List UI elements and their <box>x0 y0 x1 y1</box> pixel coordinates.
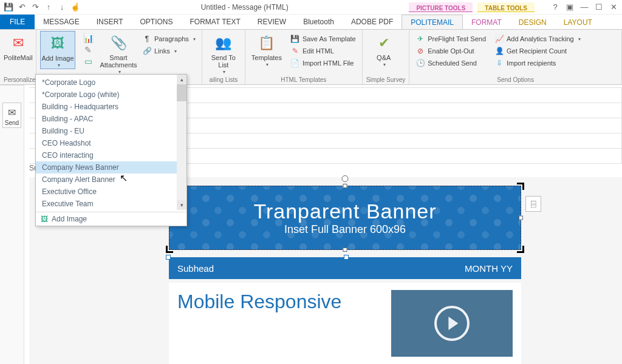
redo-icon[interactable]: ↷ <box>30 2 40 12</box>
edit-html-button[interactable]: ✎Edit HTML <box>288 46 358 56</box>
image-menu-item[interactable]: CEO interacting <box>36 149 186 161</box>
tab-message[interactable]: MESSAGE <box>35 15 87 29</box>
image-menu-item[interactable]: Building - EU <box>36 125 186 137</box>
context-picture-tools[interactable]: PICTURE TOOLS <box>409 2 473 12</box>
opt-out-button[interactable]: ⊘Enable Opt-Out <box>413 46 488 56</box>
preflight-icon: ✈ <box>415 34 425 44</box>
optout-icon: ⊘ <box>415 46 425 56</box>
touch-icon[interactable]: ☝ <box>70 2 80 12</box>
subhead-row[interactable]: Subhead MONTH YY <box>169 257 521 279</box>
tab-options[interactable]: OPTIONS <box>132 15 182 29</box>
list-icon: 👥 <box>214 33 233 53</box>
play-icon <box>448 317 458 330</box>
templates-button[interactable]: 📋 Templates <box>249 31 284 68</box>
scroll-down-icon[interactable]: ▾ <box>177 200 186 210</box>
video-thumbnail[interactable] <box>391 290 513 357</box>
image-menu-item[interactable]: Building - Headquarters <box>36 101 186 113</box>
rotate-handle[interactable] <box>342 175 349 182</box>
add-image-dropdown: *Corporate Logo*Corporate Logo (white)Bu… <box>35 74 187 226</box>
tab-design[interactable]: DESIGN <box>510 16 555 29</box>
add-image-icon: 🖼 <box>41 215 48 223</box>
footer-icon[interactable]: ▭ <box>84 56 92 66</box>
analytics-icon: 📈 <box>494 34 504 44</box>
send-button[interactable]: ✉ Send <box>2 103 21 128</box>
politemail-icon: ✉ <box>9 33 28 53</box>
handle-t[interactable] <box>343 184 347 188</box>
recipient-count-button[interactable]: 👤Get Recipient Count <box>492 46 583 56</box>
window-title: Untitled - Message (HTML) <box>80 3 409 12</box>
minimize-icon[interactable]: — <box>578 2 590 13</box>
count-icon: 👤 <box>494 46 504 56</box>
context-table-tools[interactable]: TABLE TOOLS <box>477 2 535 12</box>
preflight-button[interactable]: ✈PreFlight Test Send <box>413 33 488 44</box>
image-menu-item[interactable]: Executive Team <box>36 198 186 210</box>
maximize-icon[interactable]: ☐ <box>593 2 605 13</box>
edit-html-icon: ✎ <box>290 46 300 56</box>
image-menu-item[interactable]: *Corporate Logo <box>36 76 186 89</box>
next-icon[interactable]: ↓ <box>57 2 67 12</box>
politemail-button[interactable]: ✉ PoliteMail <box>4 31 33 61</box>
image-menu-item[interactable]: Company Alert Banner <box>36 174 186 186</box>
help-icon[interactable]: ? <box>549 2 561 13</box>
handle-r[interactable] <box>519 216 523 220</box>
links-button[interactable]: 🔗Links <box>140 46 198 56</box>
tab-file[interactable]: FILE <box>0 15 35 29</box>
dropdown-scrollbar[interactable]: ▴ ▾ <box>177 75 186 210</box>
attachment-icon: 📎 <box>109 33 128 53</box>
save-template-button[interactable]: 💾Save As Template <box>288 33 358 44</box>
link-icon: 🔗 <box>142 46 152 56</box>
add-image-button[interactable]: 🖼 Add Image <box>40 31 75 69</box>
table-handle[interactable] <box>344 255 349 260</box>
send-to-list-button[interactable]: 👥 Send To List <box>206 31 241 75</box>
tab-politemail[interactable]: POLITEMAIL <box>402 15 463 29</box>
import-icon: 📄 <box>290 58 300 68</box>
crop-br[interactable] <box>517 246 524 253</box>
image-menu-item[interactable]: CEO Headshot <box>36 137 186 149</box>
clock-icon: 🕒 <box>415 58 425 68</box>
tab-layout[interactable]: LAYOUT <box>555 16 601 29</box>
image-menu-item[interactable]: Building - APAC <box>36 113 186 125</box>
tab-format-text[interactable]: FORMAT TEXT <box>182 15 249 29</box>
table-handle[interactable] <box>166 255 171 260</box>
image-menu-item[interactable]: Company News Banner <box>36 161 186 174</box>
undo-icon[interactable]: ↶ <box>17 2 27 12</box>
subhead-left: Subhead <box>177 263 214 274</box>
tab-insert[interactable]: INSERT <box>88 15 132 29</box>
body-headline[interactable]: Mobile Responsive <box>177 290 384 357</box>
group-html-templates: HTML Templates <box>249 76 358 84</box>
send-icon: ✉ <box>4 107 19 118</box>
group-personalize: Personalize <box>4 76 32 84</box>
smart-attachments-button[interactable]: 📎 Smart Attachments <box>101 31 136 75</box>
paragraphs-button[interactable]: ¶Paragraphs <box>140 33 198 44</box>
banner-image[interactable]: Tranparent Banner Inset Full Banner 600x… <box>169 186 521 250</box>
layout-options-icon[interactable]: ⌸ <box>525 196 541 212</box>
scroll-up-icon[interactable]: ▴ <box>177 75 186 84</box>
qa-button[interactable]: ✔ Q&A <box>366 31 402 68</box>
analytics-button[interactable]: 📈Add Analytics Tracking <box>492 33 583 44</box>
scroll-thumb[interactable] <box>177 84 186 101</box>
tab-review[interactable]: REVIEW <box>249 15 295 29</box>
import-html-button[interactable]: 📄Import HTML File <box>288 58 358 69</box>
tab-adobe[interactable]: ADOBE PDF <box>343 15 402 29</box>
handle-b[interactable] <box>343 248 347 252</box>
tab-format[interactable]: FORMAT <box>463 16 510 29</box>
tab-bluetooth[interactable]: Bluetooth <box>295 15 343 29</box>
prev-icon[interactable]: ↑ <box>44 2 53 12</box>
save-tpl-icon: 💾 <box>290 34 300 44</box>
banner-title: Tranparent Banner <box>253 200 436 223</box>
image-menu-item[interactable]: *Corporate Logo (white) <box>36 89 186 101</box>
crop-bl[interactable] <box>166 246 173 253</box>
group-mailing: ailing Lists <box>206 76 241 84</box>
import-recipients-button[interactable]: ⇩Import recipients <box>492 58 583 69</box>
chart-icon[interactable]: 📊 <box>83 33 94 43</box>
group-send-options: Send Options <box>413 76 618 84</box>
add-image-footer[interactable]: 🖼 Add Image <box>36 212 186 226</box>
image-menu-item[interactable]: Exectutive Office <box>36 186 186 198</box>
crop-tr[interactable] <box>517 183 524 190</box>
ribbon-options-icon[interactable]: ▣ <box>564 2 576 13</box>
close-icon[interactable]: ✕ <box>607 2 620 13</box>
scheduled-button[interactable]: 🕒Scheduled Send <box>413 58 488 69</box>
sig-icon[interactable]: ✎ <box>84 45 92 55</box>
image-icon: 🖼 <box>48 34 67 53</box>
save-icon[interactable]: 💾 <box>4 2 13 12</box>
